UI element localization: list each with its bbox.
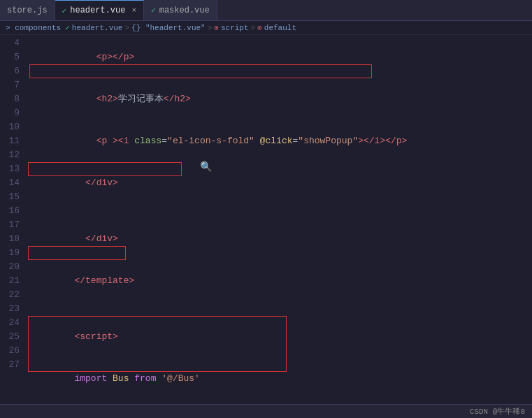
status-text: CSDN @牛牛稀0 (470, 406, 525, 417)
vue-icon: ✓ (151, 6, 156, 15)
code-line-12: <script> (28, 316, 532, 358)
app-container: store.js ✓ headert.vue × ✓ masked.vue > … (0, 0, 532, 397)
search-icon: 🔍 (200, 161, 212, 173)
code-line-5: <h2>学习记事本</h2> (28, 78, 532, 120)
code-line-4: <p></p> (28, 36, 532, 78)
breadcrumb: > components ✓ headert.vue > {} "headert… (0, 21, 532, 35)
line-numbers: 4 5 6 7 8 9 10 11 12 13 14 15 16 17 18 1… (0, 35, 25, 397)
code-line-6: <p ><i class="el-icon-s-fold" @click="sh… (28, 120, 532, 162)
close-icon[interactable]: × (131, 6, 136, 15)
code-line-11 (28, 302, 532, 316)
status-bar: CSDN @牛牛稀0 (0, 404, 532, 418)
breadcrumb-part: {} "headert.vue" (131, 24, 206, 32)
breadcrumb-part: script (221, 24, 249, 32)
editor: 4 5 6 7 8 9 10 11 12 13 14 15 16 17 18 1… (0, 35, 532, 397)
breadcrumb-part: default (264, 24, 296, 32)
breadcrumb-part: ⊙ (257, 23, 262, 32)
tab-headert[interactable]: ✓ headert.vue × (55, 0, 144, 20)
tab-label: headert.vue (70, 6, 125, 15)
code-content: 🔍 <p></p> <h2>学习记事本</h2> <p ><i class="e… (25, 35, 532, 397)
tab-label: masked.vue (159, 6, 210, 15)
breadcrumb-part: headert.vue (72, 24, 123, 32)
breadcrumb-vue-icon: ✓ (65, 23, 70, 32)
code-line-10: </template> (28, 260, 532, 302)
code-line-9: </div> (28, 218, 532, 260)
breadcrumb-part: > components (6, 24, 61, 32)
code-line-13: import Bus from '@/Bus' (28, 358, 532, 397)
tab-masked[interactable]: ✓ masked.vue (144, 0, 217, 20)
tab-label: store.js (7, 6, 48, 15)
code-line-7: </div> (28, 162, 532, 204)
vue-icon: ✓ (62, 6, 67, 15)
code-line-8 (28, 204, 532, 218)
tab-store[interactable]: store.js (0, 0, 55, 20)
breadcrumb-part: ⊙ (214, 23, 219, 32)
tab-bar: store.js ✓ headert.vue × ✓ masked.vue (0, 0, 532, 21)
